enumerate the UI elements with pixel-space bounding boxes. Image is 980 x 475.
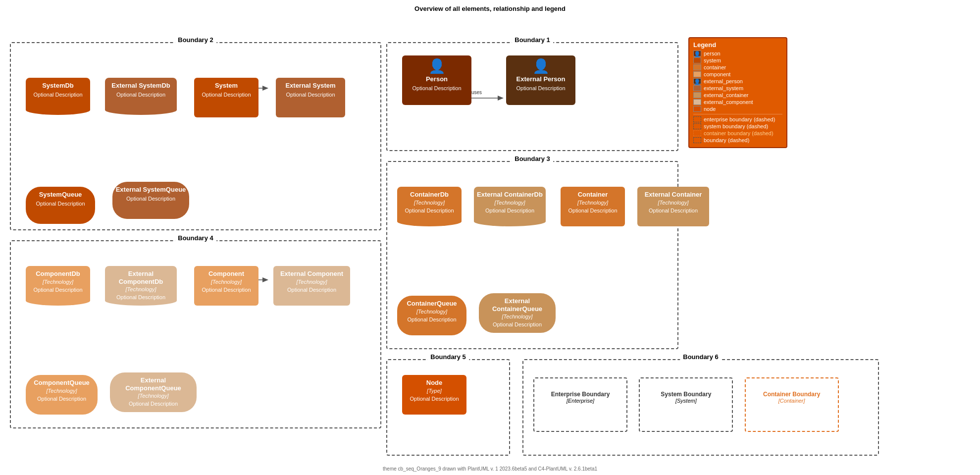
ext-componentdb-tech: [Technology] [108,286,174,292]
legend-label-bnd: boundary (dashed) [704,137,749,143]
componentdb-card: ComponentDb [Technology] Optional Descri… [26,266,90,306]
boundary-6: Boundary 6 Enterprise Boundary [Enterpri… [522,359,879,456]
ext-componentdb-desc: Optional Description [108,294,174,300]
legend-label-container-bnd: container boundary (dashed) [704,130,774,136]
ext-system-card: External System Optional Description [276,78,345,117]
ext-containerdb-label: External ContainerDb [477,191,543,199]
ext-container-tech: [Technology] [640,200,706,206]
legend-label-node: node [704,106,716,112]
enterprise-boundary-el: Enterprise Boundary [Enterprise] [533,377,627,432]
legend-panel: Legend 👤 person system container compone… [688,37,787,148]
legend-label-person: person [704,51,721,56]
ext-component-tech: [Technology] [276,279,347,285]
legend-item-ext-component: external_component [693,99,782,105]
boundary-2: Boundary 2 SystemDb Optional Description… [10,42,381,230]
ext-systemqueue-desc: Optional Description [115,196,186,202]
legend-item-component: component [693,71,782,77]
ext-componentdb-card: External ComponentDb [Technology] Option… [105,266,177,306]
containerqueue-label: ContainerQueue [400,300,464,308]
ext-component-desc: Optional Description [276,287,347,293]
legend-item-system: system [693,57,782,63]
legend-item-enterprise-bnd: enterprise boundary (dashed) [693,116,782,122]
legend-item-ext-person: 👤 external_person [693,78,782,84]
legend-item-system-bnd: system boundary (dashed) [693,123,782,129]
ext-componentdb-label: External ComponentDb [108,270,174,285]
legend-label-ext-container: external_container [704,92,749,98]
boundary-6-title: Boundary 6 [680,353,722,361]
boundary-1-title: Boundary 1 [512,36,553,44]
ext-person-label: External Person [509,75,572,83]
container-tech: [Technology] [564,200,622,206]
container-boundary-label: Container Boundary [746,391,838,398]
system-desc: Optional Description [197,92,256,98]
ext-container-desc: Optional Description [640,208,706,213]
ext-containerqueue-tech: [Technology] [482,314,553,319]
container-boundary-el: Container Boundary [Container] [745,377,839,432]
legend-item-ext-system: external_system [693,85,782,91]
systemdb-desc: Optional Description [29,92,87,98]
legend-item-ext-container: external_container [693,92,782,98]
legend-label-ext-component: external_component [704,99,753,105]
component-tech: [Technology] [197,279,256,285]
legend-item-bnd: boundary (dashed) [693,137,782,143]
containerqueue-desc: Optional Description [400,317,464,322]
systemqueue-desc: Optional Description [29,201,92,207]
legend-swatch-container-bnd [693,130,701,136]
ext-systemqueue-label: External SystemQueue [115,186,186,194]
boundary-3-title: Boundary 3 [512,155,553,162]
ext-container-card: External Container [Technology] Optional… [637,187,709,226]
ext-component-card: External Component [Technology] Optional… [273,266,350,306]
component-label: Component [197,270,256,278]
componentqueue-card: ComponentQueue [Technology] Optional Des… [26,375,98,415]
ext-systemdb-card: External SystemDb Optional Description [105,78,177,115]
componentqueue-desc: Optional Description [29,396,95,402]
person-icon: 👤 [405,59,468,73]
ext-system-label: External System [279,82,342,90]
person-label: Person [405,75,468,83]
legend-label-enterprise-bnd: enterprise boundary (dashed) [704,116,775,122]
systemdb-label: SystemDb [29,82,87,90]
legend-label-component: component [704,71,730,77]
container-label: Container [564,191,622,199]
node-label: Node [405,379,464,387]
page-title: Overview of all elements, relationship a… [0,0,980,15]
containerqueue-card: ContainerQueue [Technology] Optional Des… [397,296,466,335]
legend-swatch-bnd [693,137,701,143]
component-card: Component [Technology] Optional Descript… [194,266,258,306]
system-card: System Optional Description [194,78,258,117]
footer-text: theme cb_seq_Oranges_9 drawn with PlantU… [383,466,597,472]
legend-item-container-bnd: container boundary (dashed) [693,130,782,136]
legend-item-person: 👤 person [693,51,782,56]
legend-label-ext-system: external_system [704,85,743,91]
system-boundary-tech: [System] [640,398,732,404]
ext-componentqueue-desc: Optional Description [113,401,194,407]
systemqueue-label: SystemQueue [29,191,92,199]
legend-swatch-ext-system [693,85,701,91]
ext-component-label: External Component [276,270,347,278]
ext-container-label: External Container [640,191,706,199]
ext-containerqueue-card: External ContainerQueue [Technology] Opt… [479,293,556,333]
container-card: Container [Technology] Optional Descript… [561,187,625,226]
legend-item-node: node [693,106,782,112]
legend-item-container: container [693,64,782,70]
container-desc: Optional Description [564,208,622,213]
legend-swatch-enterprise-bnd [693,116,701,122]
ext-systemdb-label: External SystemDb [108,82,174,90]
boundary-4-title: Boundary 4 [175,234,216,242]
systemqueue-card: SystemQueue Optional Description [26,187,95,224]
container-boundary-tech: [Container] [746,398,838,404]
legend-swatch-system [693,57,701,63]
ext-componentqueue-tech: [Technology] [113,393,194,399]
legend-label-system-bnd: system boundary (dashed) [704,123,768,129]
ext-containerdb-card: External ContainerDb [Technology] Option… [474,187,546,226]
legend-swatch-ext-container [693,92,701,98]
legend-title: Legend [693,41,782,49]
ext-containerqueue-label: External ContainerQueue [482,297,553,313]
node-tech: [Type] [405,388,464,394]
containerdb-desc: Optional Description [400,208,459,213]
containerdb-tech: [Technology] [400,200,459,206]
legend-label-container: container [704,64,726,70]
legend-swatch-ext-component [693,99,701,105]
system-label: System [197,82,256,90]
boundary-2-title: Boundary 2 [175,36,216,44]
